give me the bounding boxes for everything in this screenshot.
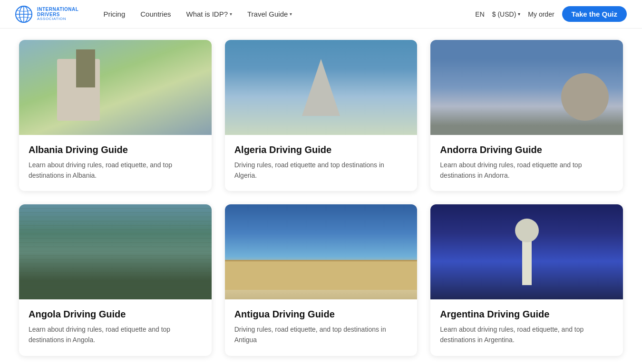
card-image-angola xyxy=(19,204,212,299)
card-desc-angola: Learn about driving rules, road etiquett… xyxy=(29,325,202,345)
nav-travel-guide[interactable]: Travel Guide ▾ xyxy=(242,7,298,21)
card-andorra[interactable]: Andorra Driving Guide Learn about drivin… xyxy=(430,40,623,191)
card-desc-andorra: Learn about driving rules, road etiquett… xyxy=(440,160,613,181)
card-image-algeria xyxy=(225,40,418,135)
card-desc-antigua: Driving rules, road etiquette, and top d… xyxy=(234,325,408,345)
card-body-argentina: Argentina Driving Guide Learn about driv… xyxy=(430,299,623,355)
logo-icon xyxy=(15,6,32,23)
language-selector[interactable]: EN xyxy=(475,10,484,18)
card-title-andorra: Andorra Driving Guide xyxy=(440,144,613,155)
card-body-algeria: Algeria Driving Guide Driving rules, roa… xyxy=(225,135,418,191)
card-antigua[interactable]: Antigua Driving Guide Driving rules, roa… xyxy=(225,204,418,355)
card-image-andorra xyxy=(430,40,623,135)
card-argentina[interactable]: Argentina Driving Guide Learn about driv… xyxy=(430,204,623,355)
card-angola[interactable]: Angola Driving Guide Learn about driving… xyxy=(19,204,212,355)
card-title-angola: Angola Driving Guide xyxy=(29,309,202,320)
nav-right: EN $ (USD) ▾ My order Take the Quiz xyxy=(475,6,627,22)
nav-links: Pricing Countries What is IDP? ▾ Travel … xyxy=(97,7,475,21)
card-title-albania: Albania Driving Guide xyxy=(29,144,202,155)
chevron-down-icon: ▾ xyxy=(518,11,520,17)
card-body-antigua: Antigua Driving Guide Driving rules, roa… xyxy=(225,299,418,355)
card-title-algeria: Algeria Driving Guide xyxy=(234,144,408,155)
card-desc-argentina: Learn about driving rules, road etiquett… xyxy=(440,325,613,345)
card-body-angola: Angola Driving Guide Learn about driving… xyxy=(19,299,212,355)
nav-countries[interactable]: Countries xyxy=(135,7,176,21)
card-body-albania: Albania Driving Guide Learn about drivin… xyxy=(19,135,212,191)
main-content: Albania Driving Guide Learn about drivin… xyxy=(0,29,642,364)
card-albania[interactable]: Albania Driving Guide Learn about drivin… xyxy=(19,40,212,191)
my-order-link[interactable]: My order xyxy=(528,10,554,18)
card-desc-albania: Learn about driving rules, road etiquett… xyxy=(29,160,202,181)
logo-line1: INTERNATIONAL xyxy=(37,7,78,12)
card-title-antigua: Antigua Driving Guide xyxy=(234,309,408,320)
currency-selector[interactable]: $ (USD) ▾ xyxy=(492,10,521,18)
card-desc-algeria: Driving rules, road etiquette and top de… xyxy=(234,160,408,181)
card-image-albania xyxy=(19,40,212,135)
logo[interactable]: INTERNATIONAL DRIVERS ASSOCIATION xyxy=(15,6,78,23)
chevron-down-icon: ▾ xyxy=(230,11,232,17)
take-quiz-button[interactable]: Take the Quiz xyxy=(562,6,627,22)
navbar: INTERNATIONAL DRIVERS ASSOCIATION Pricin… xyxy=(0,0,642,29)
chevron-down-icon: ▾ xyxy=(290,11,292,17)
card-algeria[interactable]: Algeria Driving Guide Driving rules, roa… xyxy=(225,40,418,191)
card-body-andorra: Andorra Driving Guide Learn about drivin… xyxy=(430,135,623,191)
logo-line3: ASSOCIATION xyxy=(37,17,78,21)
cards-grid: Albania Driving Guide Learn about drivin… xyxy=(19,40,623,356)
nav-pricing[interactable]: Pricing xyxy=(97,7,131,21)
card-image-antigua xyxy=(225,204,418,299)
nav-what-is-idp[interactable]: What is IDP? ▾ xyxy=(180,7,238,21)
card-title-argentina: Argentina Driving Guide xyxy=(440,309,613,320)
card-image-argentina xyxy=(430,204,623,299)
